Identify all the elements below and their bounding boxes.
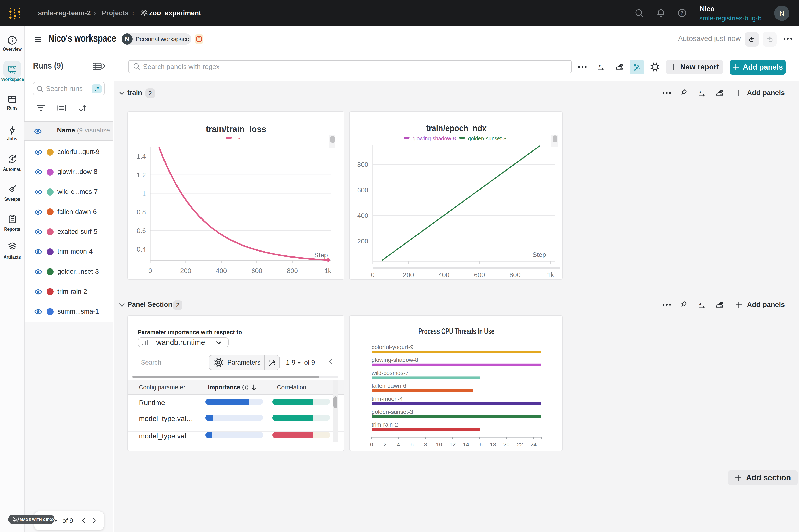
svg-text:12: 12 <box>450 441 456 448</box>
svg-text:400: 400 <box>357 212 368 219</box>
svg-text:glowing-shadow-8: glowing-shadow-8 <box>372 357 418 363</box>
svg-text:16: 16 <box>476 441 482 448</box>
svg-text:: -: : - <box>235 135 240 141</box>
svg-text:600: 600 <box>357 186 368 194</box>
svg-text:Step: Step <box>532 251 546 258</box>
svg-text:1: 1 <box>142 190 146 197</box>
svg-text:800: 800 <box>357 161 368 168</box>
svg-text:trim-rain-2: trim-rain-2 <box>372 421 398 428</box>
svg-text:0.8: 0.8 <box>137 208 146 216</box>
svg-text:22: 22 <box>517 441 523 448</box>
svg-text:600: 600 <box>251 267 262 274</box>
svg-text:6: 6 <box>411 441 414 448</box>
svg-text:0.4: 0.4 <box>137 246 146 253</box>
svg-text:0: 0 <box>371 271 375 279</box>
svg-text:14: 14 <box>463 441 469 448</box>
svg-text:400: 400 <box>438 271 449 279</box>
svg-text:wild-cosmos-7: wild-cosmos-7 <box>372 370 408 376</box>
svg-text:200: 200 <box>357 238 368 245</box>
svg-text:golden-sunset-3: golden-sunset-3 <box>468 135 506 141</box>
svg-text:1k: 1k <box>324 267 332 274</box>
svg-text:colorful-yogurt-9: colorful-yogurt-9 <box>372 344 413 350</box>
svg-text:golden-sunset-3: golden-sunset-3 <box>372 408 413 415</box>
svg-text:Step: Step <box>314 251 328 259</box>
svg-text:400: 400 <box>216 267 227 274</box>
svg-text:x: x <box>699 301 702 306</box>
svg-text:fallen-dawn-6: fallen-dawn-6 <box>372 383 406 389</box>
svg-text:0: 0 <box>370 441 373 448</box>
svg-text:1k: 1k <box>547 271 554 279</box>
svg-text:20: 20 <box>503 441 510 448</box>
svg-text:800: 800 <box>510 271 520 279</box>
svg-text:x: x <box>201 38 202 42</box>
svg-text:4: 4 <box>397 441 400 448</box>
svg-text:train/train_loss: train/train_loss <box>206 124 266 134</box>
svg-text:Process CPU Threads In Use: Process CPU Threads In Use <box>418 327 494 336</box>
svg-text:trim-moon-4: trim-moon-4 <box>372 396 403 402</box>
svg-text:200: 200 <box>403 271 414 279</box>
svg-text:8: 8 <box>424 441 427 448</box>
svg-text:200: 200 <box>180 267 191 274</box>
svg-text:0.6: 0.6 <box>137 227 146 234</box>
svg-text:2: 2 <box>384 441 387 448</box>
svg-text:glowing-shadow-8: glowing-shadow-8 <box>413 135 456 141</box>
svg-text:x: x <box>699 89 702 95</box>
svg-text:?: ? <box>680 10 683 16</box>
svg-text:24: 24 <box>530 441 536 448</box>
svg-text:train/epoch_ndx: train/epoch_ndx <box>426 123 487 133</box>
svg-text:x: x <box>598 63 601 69</box>
svg-text:18: 18 <box>490 441 496 448</box>
svg-text:600: 600 <box>474 271 485 279</box>
svg-text:10: 10 <box>436 441 442 448</box>
svg-text:0: 0 <box>148 267 152 274</box>
svg-text:1.2: 1.2 <box>137 171 146 179</box>
svg-text:800: 800 <box>287 267 298 274</box>
svg-text:1.4: 1.4 <box>137 153 146 160</box>
